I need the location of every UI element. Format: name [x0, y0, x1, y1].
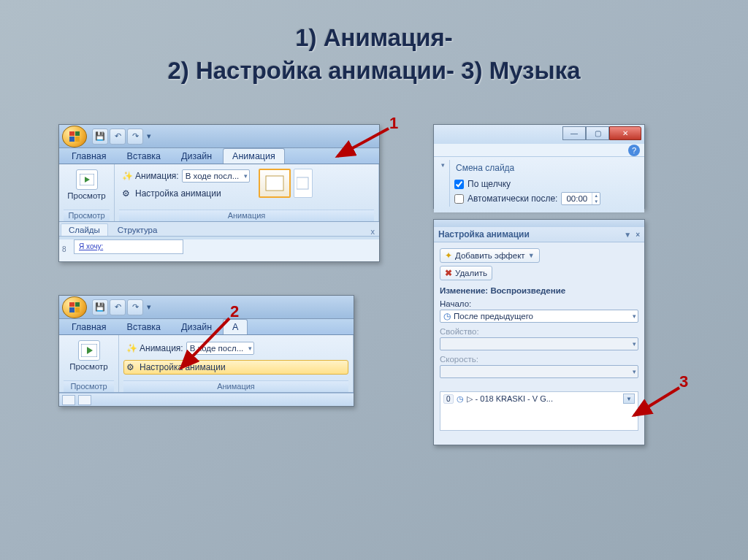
arrow-3 [627, 385, 685, 421]
group-label-preview: Просмотр [64, 210, 110, 221]
svg-line-7 [181, 318, 229, 368]
title-line-2: 2) Настройка анимации- 3) Музыка [29, 55, 719, 88]
taskpane-body: ✦ Добавить эффект ▼ ✖ Удалить Изменение:… [434, 242, 644, 435]
tab-home-2[interactable]: Главная [62, 319, 116, 334]
taskpane-menu-icon[interactable]: ▼ [624, 231, 631, 239]
qat-dropdown-icon-2[interactable]: ▾ [145, 299, 153, 315]
tab-insert[interactable]: Вставка [118, 148, 170, 164]
undo-icon[interactable]: ↶ [110, 129, 126, 145]
view-sorter-icon[interactable] [78, 395, 91, 405]
group-label-animation: Анимация [119, 210, 374, 221]
chevron-down-icon[interactable]: ▾ [441, 161, 445, 169]
arrow-2 [169, 315, 235, 374]
anim-icon: ✨ [122, 171, 132, 181]
qat-dropdown-icon[interactable]: ▾ [145, 129, 153, 145]
effect-list: 0 ◷ ▷ - 018 KRASKI - V G... ▼ [440, 391, 638, 431]
auto-after-checkbox[interactable] [454, 194, 464, 204]
anim-icon-2: ✨ [126, 343, 137, 353]
minimize-button[interactable]: — [562, 126, 586, 140]
svg-rect-3 [297, 177, 308, 189]
auto-after-value: 00:00 [562, 193, 592, 204]
svg-rect-2 [266, 176, 283, 191]
animation-combo-row[interactable]: ✨ Анимация: В ходе посл... [119, 167, 253, 185]
dropdown-icon: ▼ [528, 252, 535, 259]
group-label-preview-2: Просмотр [64, 380, 114, 392]
change-header: Изменение: Воспроизведение [440, 286, 638, 295]
redo-icon-2[interactable]: ↷ [127, 299, 143, 315]
start-combo[interactable]: ◷После предыдущего [440, 310, 638, 323]
effect-name: - 018 KRASKI - V G... [476, 394, 553, 403]
maximize-button[interactable]: ▢ [586, 126, 609, 140]
office-button-2[interactable] [62, 296, 87, 318]
preview-icon-2 [78, 340, 100, 361]
help-icon[interactable]: ? [628, 145, 640, 156]
gear-star-icon: ⚙ [122, 188, 132, 199]
group-animation: ✨ Анимация: В ходе посл... ⚙ Настройка а… [115, 164, 379, 221]
close-button[interactable]: ✕ [609, 126, 641, 140]
animation-label: Анимация: [135, 171, 179, 181]
title-line-1: 1) Анимация- [29, 22, 719, 55]
save-icon-2[interactable]: 💾 [92, 299, 108, 315]
start-label: Начало: [440, 299, 638, 308]
animation-combo[interactable]: В ходе посл... [182, 169, 251, 183]
auto-after-spinner[interactable]: 00:00 ▲▼ [561, 192, 600, 205]
transition-thumb[interactable] [294, 169, 313, 198]
help-row: ? [434, 144, 644, 157]
save-icon[interactable]: 💾 [92, 129, 108, 145]
slide-thumb-area: 8 Я хочу: [59, 239, 379, 261]
ribbon-body: Просмотр Просмотр ✨ Анимация: В ходе пос… [59, 164, 379, 222]
subtab-slides[interactable]: Слайды [61, 223, 108, 236]
add-effect-label: Добавить эффект [455, 251, 525, 260]
undo-icon-2[interactable]: ↶ [110, 299, 126, 315]
slide-thumbnail[interactable]: Я хочу: [74, 239, 183, 254]
group-label-animation-2: Анимация [123, 380, 348, 392]
animation-combo-row-2[interactable]: ✨ Анимация: В ходе посл... [123, 340, 348, 357]
tab-insert-2[interactable]: Вставка [118, 319, 170, 334]
group-preview-2: Просмотр Просмотр [59, 335, 119, 392]
slide-title: 1) Анимация- 2) Настройка анимации- 3) М… [0, 0, 748, 94]
left-pane-tabs: Слайды Структура x [59, 222, 379, 237]
tab-design[interactable]: Дизайн [172, 148, 221, 164]
speed-label: Скорость: [440, 355, 638, 364]
clock-icon-2: ◷ [457, 394, 464, 404]
subtab-outline[interactable]: Структура [110, 223, 166, 236]
office-button[interactable] [62, 126, 87, 147]
close-pane-icon[interactable]: x [371, 227, 375, 236]
transition-body: ▾ Смена слайда По щелчку Автоматически п… [434, 157, 644, 212]
clock-icon: ◷ [443, 312, 451, 321]
svg-line-8 [634, 388, 679, 415]
tab-home[interactable]: Главная [62, 148, 116, 164]
window-buttons: — ▢ ✕ [562, 126, 641, 140]
taskpane-title-row: Настройка анимации ▼ × [434, 227, 644, 242]
window-titlebar: — ▢ ✕ [434, 125, 644, 144]
auto-after-row[interactable]: Автоматически после: 00:00 ▲▼ [454, 191, 641, 207]
group-animation-2: ✨ Анимация: В ходе посл... ⚙ Настройка а… [119, 335, 354, 392]
view-normal-icon[interactable] [62, 395, 75, 405]
tab-animation[interactable]: Анимация [223, 148, 285, 164]
on-click-label: По щелчку [468, 179, 511, 189]
on-click-checkbox-row[interactable]: По щелчку [454, 177, 641, 191]
group-preview: Просмотр Просмотр [59, 164, 115, 221]
taskpane-close-icon[interactable]: × [636, 231, 640, 239]
preview-icon [76, 169, 98, 190]
custom-animation-button[interactable]: ⚙ Настройка анимации [119, 186, 253, 201]
remove-label: Удалить [455, 269, 487, 277]
preview-button-2[interactable]: Просмотр [66, 338, 112, 373]
redo-icon[interactable]: ↷ [127, 129, 143, 145]
gear-star-icon-2: ⚙ [126, 362, 137, 372]
spin-down-icon[interactable]: ▼ [592, 199, 600, 204]
speed-combo [440, 365, 638, 378]
transition-thumb-selected[interactable] [259, 169, 291, 198]
taskpane-title: Настройка анимации [438, 229, 530, 239]
add-effect-button[interactable]: ✦ Добавить эффект ▼ [440, 248, 540, 263]
statusbar [59, 393, 354, 406]
spin-up-icon[interactable]: ▲ [592, 193, 600, 199]
preview-button[interactable]: Просмотр [64, 167, 110, 202]
preview-label: Просмотр [67, 191, 106, 200]
remove-button[interactable]: ✖ Удалить [440, 266, 492, 280]
panel-taskpane: Настройка анимации ▼ × ✦ Добавить эффект… [433, 219, 645, 445]
property-combo [440, 337, 638, 350]
effect-row[interactable]: 0 ◷ ▷ - 018 KRASKI - V G... ▼ [440, 392, 638, 405]
on-click-checkbox[interactable] [454, 180, 464, 189]
custom-animation-button-hl[interactable]: ⚙ Настройка анимации [123, 360, 348, 375]
